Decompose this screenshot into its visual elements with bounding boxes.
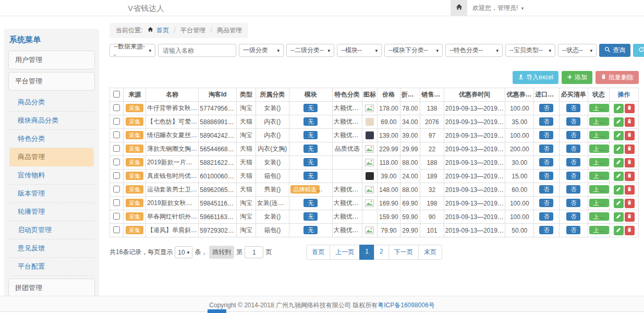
delete-button[interactable] [625,104,635,113]
filter-select-3[interactable]: 一级分类▾ [239,44,284,57]
sidebar-item-7[interactable]: 宣传物料 [9,166,94,185]
imported-toggle-button[interactable]: 否 [539,104,553,112]
sidebar-item-6[interactable]: 商品管理 [9,148,94,166]
sidebar-item-4[interactable]: 模块商品分类 [9,112,94,130]
edit-button[interactable] [614,104,624,113]
imported-toggle-button[interactable]: 否 [539,117,553,126]
page-button-下一页[interactable]: 下一页 [388,245,419,260]
must-buy-toggle-button[interactable]: 否 [566,131,580,139]
must-buy-toggle-button[interactable]: 否 [566,199,580,207]
status-badge[interactable]: 上架 [589,212,609,221]
must-buy-toggle-button[interactable]: 否 [566,158,580,166]
row-checkbox[interactable] [113,213,120,220]
status-badge[interactable]: 上架 [589,104,609,112]
sidebar-item-12[interactable]: 平台配置 [9,258,94,276]
add-button[interactable]: 添加 [562,71,592,84]
row-checkbox[interactable] [113,118,120,125]
edit-button[interactable] [614,172,624,181]
row-checkbox[interactable] [113,226,120,233]
page-button-2[interactable]: 2 [374,245,389,260]
status-badge[interactable]: 上架 [589,199,609,207]
per-page-select[interactable]: 10 ▾ [175,246,192,258]
status-badge[interactable]: 上架 [589,131,609,139]
sidebar-item-3[interactable]: 商品分类 [9,93,94,112]
edit-button[interactable] [614,117,624,127]
filter-select-4[interactable]: --二级分类--▾ [286,44,334,57]
must-buy-toggle-button[interactable]: 否 [566,212,580,221]
row-checkbox[interactable] [113,159,120,165]
status-badge[interactable]: 上架 [589,226,609,234]
delete-button[interactable] [625,199,635,208]
delete-button[interactable] [625,212,635,222]
status-badge[interactable]: 上架 [589,172,609,180]
filter-select-9[interactable]: --状态--▾ [558,44,597,57]
page-button-首页[interactable]: 首页 [306,245,330,260]
must-buy-toggle-button[interactable]: 否 [566,185,580,194]
imported-toggle-button[interactable]: 否 [539,158,553,166]
row-checkbox[interactable] [113,172,120,179]
search-button[interactable]: 查询 [599,44,630,57]
filter-select-7[interactable]: --特色分类--▾ [445,44,503,57]
delete-button[interactable] [625,158,635,167]
sidebar-item-1[interactable]: 用户管理 [8,51,95,69]
delete-button[interactable] [625,117,635,127]
edit-button[interactable] [614,212,624,222]
status-badge[interactable]: 上架 [589,185,609,194]
edit-button[interactable] [614,226,624,235]
must-buy-toggle-button[interactable]: 否 [566,145,580,153]
imported-toggle-button[interactable]: 否 [539,131,553,139]
home-button[interactable] [451,0,467,16]
row-checkbox[interactable] [113,145,120,152]
filter-select-5[interactable]: --模块--▾ [337,44,382,57]
status-badge[interactable]: 上架 [589,158,609,166]
delete-button[interactable] [625,226,635,235]
edit-button[interactable] [614,145,624,154]
delete-button[interactable] [625,131,635,140]
delete-button[interactable] [625,172,635,181]
jump-page-input[interactable] [245,246,263,258]
status-badge[interactable]: 上架 [589,145,609,153]
user-menu[interactable]: 欢迎您，管理员! ▾ [472,0,524,17]
filter-select-6[interactable]: --模块下分类--▾ [384,44,443,57]
imported-toggle-button[interactable]: 否 [539,199,553,207]
name-search-input[interactable] [158,44,236,57]
edit-button[interactable] [614,158,624,167]
icp-link[interactable]: 粤ICP备16098006号 [378,302,434,309]
must-buy-toggle-button[interactable]: 否 [566,104,580,112]
edit-button[interactable] [614,131,624,140]
sidebar-item-11[interactable]: 意见反馈 [9,239,94,258]
sidebar-item-9[interactable]: 轮播管理 [9,203,94,221]
imported-toggle-button[interactable]: 否 [539,226,553,234]
row-checkbox[interactable] [113,186,120,192]
select-all-checkbox[interactable] [113,91,120,98]
imported-toggle-button[interactable]: 否 [539,212,553,221]
must-buy-toggle-button[interactable]: 否 [566,172,580,180]
sidebar-item-8[interactable]: 版本管理 [9,185,94,203]
sidebar-item-10[interactable]: 启动页管理 [9,221,94,239]
status-badge[interactable]: 上架 [589,117,609,126]
imported-toggle-button[interactable]: 否 [539,185,553,194]
breadcrumb-home-link[interactable]: 首页 [156,27,169,34]
sidebar-item-13[interactable]: 拼团管理 [8,279,95,297]
imported-toggle-button[interactable]: 否 [539,172,553,180]
delete-button[interactable] [625,185,635,195]
row-checkbox[interactable] [113,104,120,111]
row-checkbox[interactable] [113,199,120,206]
row-checkbox[interactable] [113,131,120,138]
must-buy-toggle-button[interactable]: 否 [566,117,580,126]
filter-select-8[interactable]: --宝贝类型--▾ [505,44,555,57]
page-button-上一页[interactable]: 上一页 [330,245,360,260]
must-buy-toggle-button[interactable]: 否 [566,226,580,234]
import-excel-button[interactable]: 导入excel [513,71,558,84]
page-button-末页[interactable]: 末页 [418,245,442,260]
jump-button[interactable]: 跳转到 [209,246,234,259]
sidebar-item-5[interactable]: 特色分类 [9,130,94,148]
sidebar-item-2[interactable]: 平台管理 [8,72,95,91]
edit-button[interactable] [614,185,624,195]
edit-button[interactable] [614,199,624,208]
imported-toggle-button[interactable]: 否 [539,145,553,153]
batch-delete-button[interactable]: 批量删除 [596,71,639,84]
filter-select-1[interactable]: --数据来源--▾ [110,44,155,57]
page-button-1[interactable]: 1 [359,245,374,260]
reset-button[interactable]: 重置 [633,44,644,57]
